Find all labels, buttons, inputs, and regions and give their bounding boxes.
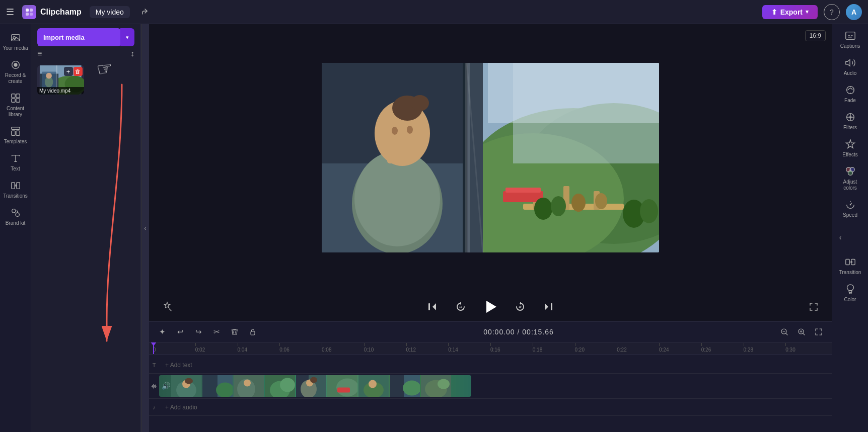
hamburger-menu-icon[interactable]: ☰ [6,7,14,18]
right-tool-effects[interactable]: Effects [833,135,867,162]
text-icon [10,153,21,164]
timeline-cut-button[interactable]: ✂ [209,325,224,339]
svg-rect-13 [11,131,15,135]
zoom-in-button[interactable] [794,325,809,339]
svg-rect-64 [551,303,552,310]
right-tool-speed-label: Speed [843,212,857,218]
video-clip-frame [234,375,264,397]
timeline-magic-button[interactable]: ✦ [155,325,169,339]
video-clip[interactable]: 🔊 [159,375,471,397]
right-tool-captions[interactable]: Captions [833,26,867,53]
svg-text:10: 10 [459,305,462,308]
right-tool-adjust-colors[interactable]: Adjustcolors [833,162,867,195]
media-grid: 🗑 + My video.mp4 Add to timeline [31,61,140,432]
svg-rect-67 [251,331,255,335]
svg-rect-80 [202,375,218,397]
svg-point-53 [551,196,566,216]
skip-forward-button[interactable] [539,298,557,316]
media-item-delete-button[interactable]: 🗑 [74,67,83,76]
left-sidebar: Your media Record &create Contentlibrary [0,24,31,432]
timeline-delete-button[interactable] [228,325,242,339]
media-icon [10,32,21,43]
sidebar-item-content-library[interactable]: Contentlibrary [0,89,31,122]
color-icon [845,284,856,295]
play-button[interactable] [480,296,501,317]
timeline-undo-button[interactable]: ↩ [173,325,187,339]
share-icon[interactable] [138,4,154,20]
audio-icon [845,57,856,68]
audio-wave-icon [151,383,158,390]
sidebar-item-your-media[interactable]: Your media [0,28,31,55]
timeline-lock-button[interactable] [246,325,260,339]
ruler-mark: 0:10 [364,343,406,353]
transition-icon [845,256,856,268]
clipchamp-logo-icon [22,5,36,19]
right-tool-audio-label: Audio [844,70,857,76]
fast-forward-button[interactable]: 10 [511,298,529,316]
svg-point-87 [280,378,295,392]
export-button[interactable]: ⬆ Export ▾ [762,5,818,19]
media-toolbar: ≡ ↕ [31,46,140,61]
video-clip-frame [202,375,233,397]
sidebar-item-transitions[interactable]: Transitions [0,176,31,203]
svg-rect-95 [337,387,350,392]
right-tool-speed[interactable]: Speed [833,195,867,222]
export-label: Export [780,8,803,16]
captions-icon [845,30,856,41]
ruler-marks: 0 0:02 0:04 0:06 0:08 0:10 0:12 0:14 0:1… [149,343,832,353]
sidebar-item-transitions-label: Transitions [3,193,28,199]
timeline-expand-button[interactable] [812,325,826,339]
right-sidebar-collapse-button[interactable]: ‹ [834,222,846,252]
skip-back-button[interactable] [423,298,442,316]
panel-collapse-button[interactable]: ‹ [141,24,149,432]
audio-track-content: + Add audio [159,399,832,415]
right-sidebar: Captions Audio Fade [832,24,868,432]
fullscreen-button[interactable] [806,299,822,315]
sidebar-item-templates[interactable]: Templates [0,122,31,149]
audio-track-row: ♪ + Add audio [149,399,832,416]
import-media-button[interactable]: Import media [37,28,121,46]
filter-icon[interactable]: ≡ [37,49,42,58]
svg-point-56 [571,194,586,212]
right-tool-fade[interactable]: Fade [833,80,867,108]
aspect-ratio-badge[interactable]: 16:9 [805,30,826,41]
rewind-button[interactable]: 10 [452,298,470,316]
video-clip-frame [327,375,357,397]
sidebar-item-record-create[interactable]: Record &create [0,55,31,89]
svg-rect-2 [26,13,29,16]
media-item[interactable]: 🗑 + My video.mp4 Add to timeline [37,65,84,95]
media-item-add-button[interactable]: + [64,67,73,76]
import-media-chevron[interactable]: ▾ [120,28,134,46]
svg-rect-1 [30,9,33,12]
playback-controls: 10 10 [149,291,832,321]
video-title[interactable]: My video [90,6,130,18]
help-question-icon: ? [830,8,834,16]
add-audio-button[interactable]: + Add audio [159,399,832,415]
add-text-button[interactable]: + Add text [159,357,832,373]
right-tool-audio[interactable]: Audio [833,53,867,80]
brand-logo: Clipchamp [22,5,82,19]
text-track-content: + Add text [159,357,832,373]
timeline-toolbar: ✦ ↩ ↪ ✂ [149,322,832,342]
right-tool-transition[interactable]: Transition [833,252,867,280]
sidebar-item-brand-kit[interactable]: Brand kit [0,203,31,230]
ruler-mark: 0:06 [279,343,322,353]
timeline-redo-button[interactable]: ↪ [191,325,205,339]
svg-rect-60 [428,303,430,310]
svg-rect-100 [390,375,404,397]
topbar: ☰ Clipchamp My video ⬆ Export ▾ [0,0,868,24]
svg-rect-117 [845,260,849,265]
svg-rect-16 [16,183,19,189]
zoom-out-button[interactable] [777,325,791,339]
avatar[interactable]: A [846,4,862,20]
video-clip-frame [265,375,295,397]
templates-icon [10,126,21,137]
right-tool-filters[interactable]: Filters [833,108,867,135]
right-tool-color[interactable]: Color [833,280,867,307]
help-button[interactable]: ? [824,4,840,20]
magic-edit-button[interactable] [159,299,175,315]
sidebar-item-text[interactable]: Text [0,149,31,176]
video-clip-frames [159,375,451,397]
sort-icon[interactable]: ↕ [130,49,134,58]
svg-point-106 [846,87,854,94]
